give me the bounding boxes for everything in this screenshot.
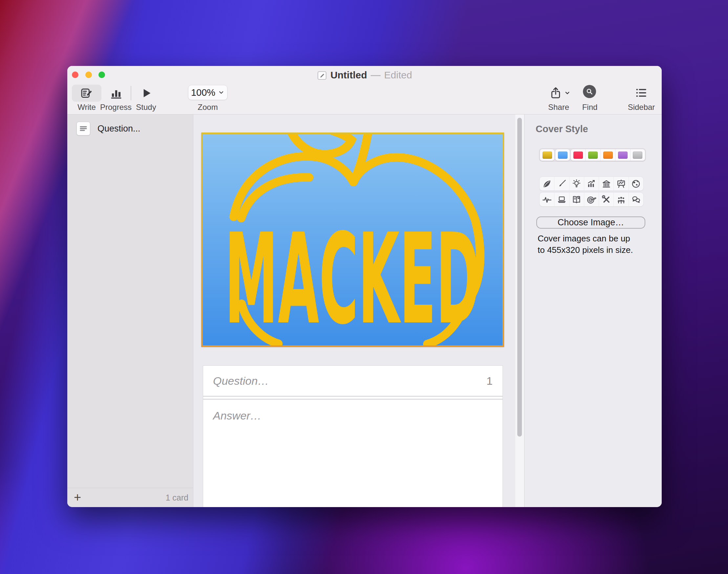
play-icon <box>140 87 153 100</box>
sidebar-footer: + 1 card <box>67 488 193 507</box>
cover-color-segmented-control <box>539 148 646 162</box>
card-editor: MACKED Question… 1 Answer… <box>193 115 524 507</box>
swatch-gray[interactable] <box>630 149 645 161</box>
app-window: Untitled — Edited Write Progress <box>67 66 662 507</box>
zoom-dropdown[interactable]: 100% <box>188 85 227 100</box>
chevron-down-icon <box>564 90 570 96</box>
swatch-red[interactable] <box>571 149 585 161</box>
share-label: Share <box>548 102 569 112</box>
easel-chart-icon <box>616 179 626 189</box>
cover-image[interactable]: MACKED <box>201 132 504 347</box>
answer-placeholder: Answer… <box>213 409 261 422</box>
cover-icon-globe[interactable] <box>628 177 643 191</box>
cover-icon-easel-chart[interactable] <box>613 177 628 191</box>
answer-field[interactable]: Answer… <box>203 400 502 432</box>
cover-style-inspector: Cover Style <box>524 115 662 507</box>
document-proxy-icon[interactable] <box>317 70 327 80</box>
title-separator: — <box>371 70 380 81</box>
window-header: Untitled — Edited Write Progress <box>67 66 662 115</box>
cover-icon-leaf[interactable] <box>540 177 554 191</box>
compose-icon <box>80 87 93 100</box>
cover-icon-pulse[interactable] <box>540 193 554 206</box>
cover-icon-speech-bubbles[interactable] <box>628 193 643 206</box>
cover-icon-laptop[interactable] <box>554 193 569 206</box>
cover-icon-bank[interactable] <box>599 177 613 191</box>
scrollbar-thumb[interactable] <box>517 118 522 437</box>
zoom-value: 100% <box>191 87 215 98</box>
edited-status: Edited <box>384 70 412 81</box>
list-icon <box>635 86 648 99</box>
share-icon <box>549 86 562 99</box>
card-list-item[interactable]: Question... <box>76 122 141 135</box>
cover-icon-row-2 <box>539 192 644 207</box>
cover-icon-lightbulb[interactable] <box>569 177 584 191</box>
cover-icon-tools[interactable] <box>599 193 613 206</box>
sidebar-toggle-button[interactable] <box>634 85 649 101</box>
swatch-yellow[interactable] <box>540 149 554 161</box>
share-button[interactable] <box>547 84 572 101</box>
cover-icon-bar-chart[interactable] <box>584 177 599 191</box>
cover-icon-row-1 <box>539 176 644 191</box>
swatch-blue-selected[interactable] <box>555 149 570 161</box>
card-list-item-label: Question... <box>98 124 141 134</box>
progress-button[interactable] <box>109 85 124 101</box>
cover-title: MACKED <box>225 207 480 345</box>
find-button[interactable] <box>583 85 596 98</box>
cover-icon-paintbrush[interactable] <box>554 177 569 191</box>
window-title: Untitled <box>331 70 367 81</box>
progress-label: Progress <box>100 102 131 112</box>
globe-icon <box>631 179 641 189</box>
paintbrush-icon <box>557 179 567 189</box>
tools-icon <box>601 195 611 205</box>
flashcard: Question… 1 Answer… <box>203 365 503 507</box>
cover-size-hint: Cover images can be up to 455x320 pixels… <box>538 233 639 255</box>
trend-chart-icon <box>586 179 597 189</box>
target-icon <box>586 195 597 205</box>
bank-icon <box>601 179 611 189</box>
card-thumbnail-icon <box>76 122 90 135</box>
people-icon <box>616 195 626 205</box>
search-icon <box>583 85 596 98</box>
cover-icon-people[interactable] <box>613 193 628 206</box>
pulse-icon <box>542 195 552 205</box>
card-list-sidebar: Question... + 1 card <box>67 115 193 507</box>
lightbulb-icon <box>571 179 582 189</box>
bar-chart-icon <box>109 86 123 100</box>
find-label: Find <box>582 102 598 112</box>
laptop-icon <box>557 195 567 205</box>
cover-icon-target[interactable] <box>584 193 599 206</box>
study-label: Study <box>136 102 156 112</box>
study-button[interactable] <box>139 85 154 101</box>
swatch-green[interactable] <box>585 149 600 161</box>
inspector-heading: Cover Style <box>536 124 588 134</box>
swatch-orange[interactable] <box>600 149 615 161</box>
write-label: Write <box>77 102 96 112</box>
cover-icon-book[interactable] <box>569 193 584 206</box>
add-card-button[interactable]: + <box>74 490 81 504</box>
chevron-down-icon <box>218 89 225 96</box>
write-button[interactable] <box>72 85 102 102</box>
titlebar: Untitled — Edited <box>67 70 662 81</box>
card-number: 1 <box>487 375 493 387</box>
zoom-label: Zoom <box>198 102 218 112</box>
speech-bubbles-icon <box>631 195 641 205</box>
choose-image-button[interactable]: Choose Image… <box>536 216 645 229</box>
sidebar-label: Sidebar <box>628 102 655 112</box>
question-field[interactable]: Question… 1 <box>203 366 502 397</box>
swatch-purple[interactable] <box>615 149 630 161</box>
desktop: { "titlebar": { "title": "Untitled", "se… <box>0 0 728 574</box>
question-placeholder: Question… <box>213 375 487 387</box>
toolbar-separator <box>130 86 131 100</box>
card-count: 1 card <box>166 493 188 502</box>
window-content: Question... + 1 card <box>67 115 662 507</box>
book-icon <box>571 195 582 205</box>
leaf-icon <box>542 179 552 189</box>
field-divider <box>203 397 502 400</box>
